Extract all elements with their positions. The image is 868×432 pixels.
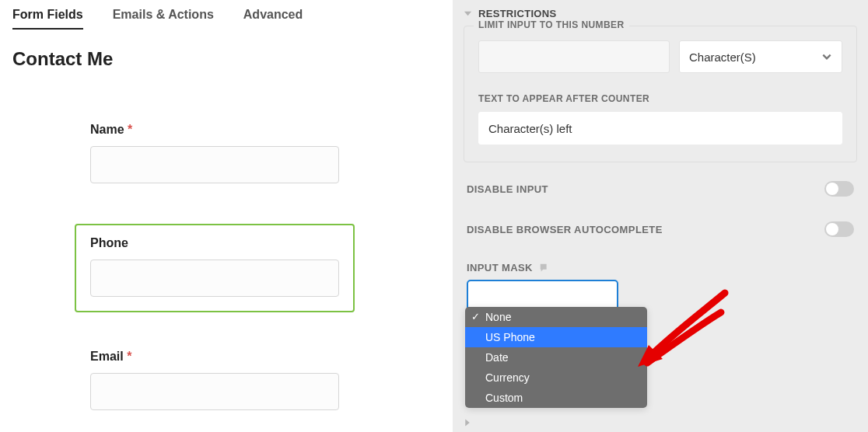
page-title: Contact Me [12, 48, 440, 70]
limit-unit-select[interactable]: Character(S) [679, 40, 842, 73]
field-name[interactable]: Name * [75, 110, 355, 199]
tabs: Form Fields Emails & Actions Advanced [12, 8, 440, 30]
input-mask-label: INPUT MASK [467, 262, 533, 273]
field-label-name: Name * [90, 123, 339, 137]
limit-label: LIMIT INPUT TO THIS NUMBER [474, 19, 629, 30]
restrictions-title: RESTRICTIONS [478, 8, 556, 19]
required-star: * [128, 123, 132, 136]
limit-unit-value: Character(S) [689, 51, 756, 64]
caret-down-icon [464, 9, 472, 18]
form-builder-panel: Form Fields Emails & Actions Advanced Co… [0, 0, 453, 432]
mask-option-us-phone[interactable]: US Phone [465, 327, 647, 347]
mask-option-currency[interactable]: Currency [465, 368, 647, 388]
field-label-phone: Phone [90, 236, 339, 250]
field-email[interactable]: Email * [75, 337, 355, 426]
disable-autocomplete-row: DISABLE BROWSER AUTOCOMPLETE [467, 221, 854, 237]
form-preview: Name * Phone Email * [12, 110, 440, 426]
field-label-text: Name [90, 123, 124, 136]
mask-option-custom[interactable]: Custom [465, 388, 647, 408]
name-input[interactable] [90, 146, 339, 183]
disable-autocomplete-label: DISABLE BROWSER AUTOCOMPLETE [467, 224, 663, 235]
phone-input[interactable] [90, 260, 339, 297]
required-star: * [127, 350, 131, 363]
input-mask-dropdown: None US Phone Date Currency Custom [465, 307, 647, 408]
settings-panel: RESTRICTIONS LIMIT INPUT TO THIS NUMBER … [453, 0, 868, 432]
disable-autocomplete-toggle[interactable] [824, 221, 854, 237]
tab-emails-actions[interactable]: Emails & Actions [113, 8, 214, 30]
email-input[interactable] [90, 373, 339, 410]
tab-advanced[interactable]: Advanced [243, 8, 303, 30]
mask-option-date[interactable]: Date [465, 347, 647, 368]
chevron-down-icon [821, 51, 832, 62]
input-mask-section: INPUT MASK None US Phone Date Currency C… [467, 262, 854, 311]
counter-text-label: TEXT TO APPEAR AFTER COUNTER [478, 93, 842, 104]
disable-input-toggle[interactable] [824, 181, 854, 197]
mask-option-none[interactable]: None [465, 307, 647, 327]
restrictions-header[interactable]: RESTRICTIONS [464, 8, 857, 19]
tab-form-fields[interactable]: Form Fields [12, 8, 83, 30]
field-label-email: Email * [90, 350, 339, 364]
field-phone[interactable]: Phone [75, 224, 355, 312]
caret-right-icon [462, 419, 474, 427]
disable-input-row: DISABLE INPUT [467, 181, 854, 197]
counter-text-input[interactable] [478, 112, 842, 145]
limit-number-input[interactable] [478, 40, 670, 73]
limit-group: LIMIT INPUT TO THIS NUMBER Character(S) … [464, 26, 857, 162]
disable-input-label: DISABLE INPUT [467, 183, 548, 195]
field-label-text: Email [90, 350, 124, 363]
help-icon[interactable] [539, 263, 550, 273]
input-mask-select[interactable] [467, 280, 618, 311]
